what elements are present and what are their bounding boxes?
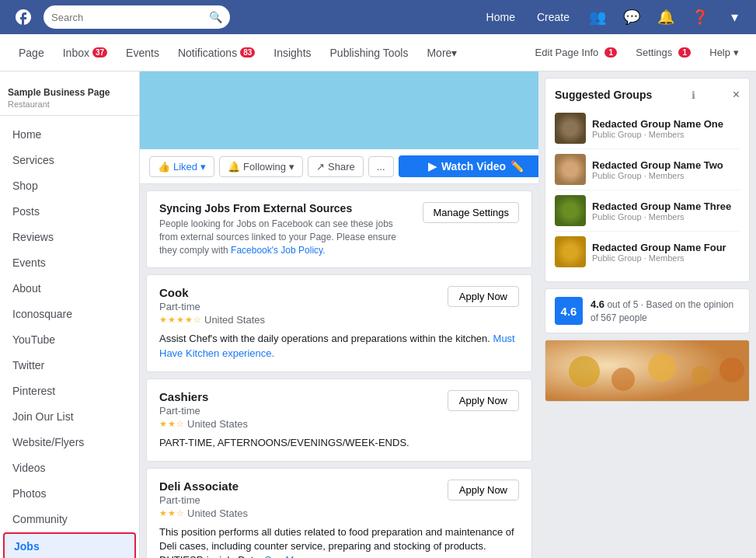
job-type: Part-time bbox=[159, 405, 248, 417]
main-wrapper: Sample Business Page Restaurant Home Ser… bbox=[0, 71, 756, 558]
location-stars: ★ ★ ☆ bbox=[159, 508, 184, 518]
group-info: Redacted Group Name Three Public Group ·… bbox=[592, 201, 740, 221]
sidebar-item-about[interactable]: About bbox=[3, 276, 136, 301]
group-avatar bbox=[555, 113, 586, 144]
banner-title: Syncing Jobs From External Sources bbox=[159, 202, 413, 214]
apply-now-button-deli[interactable]: Apply Now bbox=[448, 480, 519, 500]
sidebar-item-reviews[interactable]: Reviews bbox=[3, 225, 136, 249]
sidebar-item-shop[interactable]: Shop bbox=[3, 173, 136, 198]
sidebar-item-website-flyers[interactable]: Website/Flyers bbox=[3, 430, 136, 455]
sidebar-item-jobs[interactable]: Jobs bbox=[3, 532, 136, 558]
create-nav-link[interactable]: Create bbox=[531, 8, 576, 26]
sidebar-item-videos[interactable]: Videos bbox=[3, 455, 136, 480]
action-bar: 👍 Liked ▾ 🔔 Following ▾ ↗ Share ... ▶ Wa… bbox=[140, 149, 538, 184]
sidebar-item-photos[interactable]: Photos bbox=[3, 481, 136, 506]
group-avatar bbox=[555, 154, 586, 185]
tab-events[interactable]: Events bbox=[117, 34, 169, 71]
thumbs-up-icon: 👍 bbox=[158, 161, 170, 173]
inbox-badge: 37 bbox=[92, 47, 107, 58]
sidebar-item-posts[interactable]: Posts bbox=[3, 199, 136, 224]
banner-description: People looking for Jobs on Facebook can … bbox=[159, 218, 413, 256]
page-category-sidebar: Restaurant bbox=[8, 99, 131, 109]
share-icon: ↗ bbox=[316, 161, 325, 173]
suggested-groups-card: Suggested Groups ℹ × Redacted Group Name… bbox=[545, 78, 750, 282]
top-navigation: 🔍 Home Create 👥 💬 🔔 ❓ ▾ bbox=[0, 0, 756, 34]
group-item: Redacted Group Name Four Public Group · … bbox=[555, 232, 740, 272]
svg-point-9 bbox=[648, 354, 676, 382]
job-type: Part-time bbox=[159, 494, 248, 506]
manage-settings-button[interactable]: Manage Settings bbox=[423, 202, 519, 223]
tab-more[interactable]: More ▾ bbox=[417, 34, 466, 71]
settings-btn[interactable]: Settings 1 bbox=[628, 44, 699, 61]
tab-page[interactable]: Page bbox=[9, 34, 54, 71]
sidebar-item-pinterest[interactable]: Pinterest bbox=[3, 378, 136, 403]
job-location: ★ ★ ★ ★ ☆ United States bbox=[159, 314, 265, 326]
job-title: Deli Associate bbox=[159, 480, 248, 493]
group-name: Redacted Group Name Four bbox=[592, 242, 740, 253]
rating-score: 4.6 bbox=[555, 297, 583, 325]
sidebar-item-community[interactable]: Community bbox=[3, 507, 136, 532]
group-info: Redacted Group Name Two Public Group · M… bbox=[592, 159, 740, 180]
svg-rect-2 bbox=[399, 71, 479, 110]
svg-point-8 bbox=[611, 368, 635, 391]
apply-now-button-cashiers[interactable]: Apply Now bbox=[448, 390, 519, 411]
sidebar-item-services[interactable]: Services bbox=[3, 148, 136, 173]
facebook-logo[interactable] bbox=[9, 3, 37, 31]
sidebar-item-iconosquare[interactable]: Iconosquare bbox=[3, 302, 136, 326]
sidebar-item-youtube[interactable]: YouTube bbox=[3, 327, 136, 352]
syncing-jobs-banner: Syncing Jobs From External Sources Peopl… bbox=[146, 190, 532, 268]
edit-page-info-btn[interactable]: Edit Page Info 1 bbox=[528, 44, 625, 61]
search-icon: 🔍 bbox=[209, 11, 222, 23]
svg-point-5 bbox=[163, 71, 194, 103]
group-meta: Public Group · Members bbox=[592, 253, 740, 263]
tab-insights[interactable]: Insights bbox=[264, 34, 320, 71]
page-name-sidebar: Sample Business Page bbox=[8, 87, 131, 99]
sidebar-item-join-our-list[interactable]: Join Our List bbox=[3, 404, 136, 429]
job-description: PART-TIME, AFTERNOONS/EVENINGS/WEEK-ENDS… bbox=[159, 436, 519, 450]
friends-icon[interactable]: 👥 bbox=[585, 5, 610, 30]
see-more-link[interactable]: See More bbox=[265, 554, 308, 558]
suggested-groups-title: Suggested Groups bbox=[555, 89, 652, 101]
liked-button[interactable]: 👍 Liked ▾ bbox=[149, 156, 214, 177]
job-card-deli: Deli Associate Part-time ★ ★ ☆ United St… bbox=[146, 468, 532, 558]
watch-video-button[interactable]: ▶ Watch Video ✏️ bbox=[399, 155, 554, 177]
job-description: This position performs all duties relate… bbox=[159, 525, 519, 558]
help-btn[interactable]: Help ▾ bbox=[702, 44, 747, 61]
following-button[interactable]: 🔔 Following ▾ bbox=[219, 156, 303, 177]
svg-point-4 bbox=[144, 75, 183, 114]
svg-marker-3 bbox=[509, 71, 524, 95]
notifications-icon[interactable]: 🔔 bbox=[653, 5, 678, 30]
job-info: Deli Associate Part-time ★ ★ ☆ United St… bbox=[159, 480, 248, 519]
more-options-button[interactable]: ... bbox=[368, 156, 394, 177]
group-meta: Public Group · Members bbox=[592, 171, 740, 180]
info-icon: ℹ bbox=[692, 89, 695, 101]
following-icon: 🔔 bbox=[228, 161, 240, 173]
tab-inbox[interactable]: Inbox 37 bbox=[54, 34, 117, 71]
sidebar-item-twitter[interactable]: Twitter bbox=[3, 353, 136, 378]
search-input[interactable] bbox=[51, 12, 206, 23]
sidebar-item-home[interactable]: Home bbox=[3, 122, 136, 147]
help-icon[interactable]: ❓ bbox=[688, 5, 712, 30]
svg-rect-1 bbox=[379, 87, 499, 134]
chevron-down-icon[interactable]: ▾ bbox=[722, 5, 747, 30]
tab-publishing-tools[interactable]: Publishing Tools bbox=[321, 34, 418, 71]
search-bar[interactable]: 🔍 bbox=[44, 5, 230, 29]
edit-page-badge: 1 bbox=[604, 47, 617, 58]
page-navigation: Page Inbox 37 Events Notifications 83 In… bbox=[0, 34, 756, 71]
home-nav-link[interactable]: Home bbox=[480, 8, 521, 26]
share-button[interactable]: ↗ Share bbox=[308, 156, 364, 177]
job-title: Cook bbox=[159, 286, 265, 299]
group-info: Redacted Group Name One Public Group · M… bbox=[592, 118, 740, 139]
svg-point-7 bbox=[569, 356, 600, 387]
messenger-icon[interactable]: 💬 bbox=[619, 5, 644, 30]
svg-rect-0 bbox=[140, 71, 538, 149]
job-card-header: Deli Associate Part-time ★ ★ ☆ United St… bbox=[159, 480, 519, 519]
top-nav-right: Home Create 👥 💬 🔔 ❓ ▾ bbox=[480, 5, 747, 30]
job-title: Cashiers bbox=[159, 390, 248, 403]
pencil-icon: ✏️ bbox=[510, 160, 524, 173]
sidebar-item-events[interactable]: Events bbox=[3, 250, 136, 275]
tab-notifications[interactable]: Notifications 83 bbox=[169, 34, 264, 71]
close-suggested-groups-button[interactable]: × bbox=[733, 88, 740, 102]
job-policy-link[interactable]: Facebook's Job Policy. bbox=[231, 245, 325, 256]
apply-now-button-cook[interactable]: Apply Now bbox=[448, 286, 519, 307]
